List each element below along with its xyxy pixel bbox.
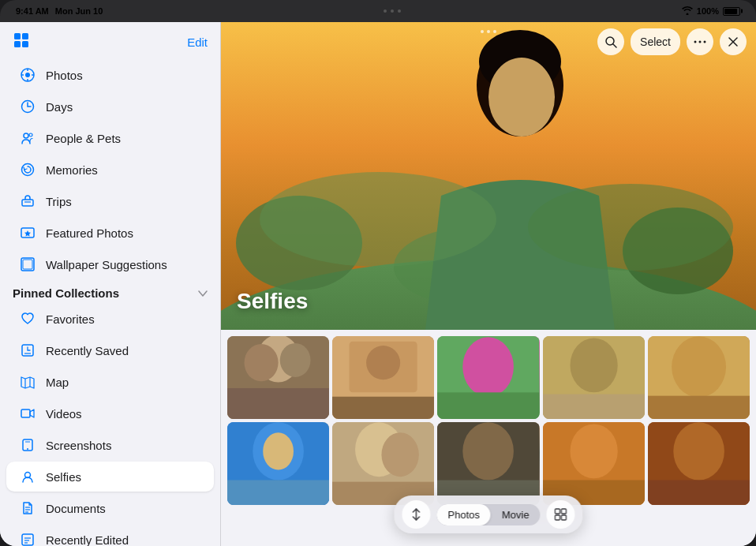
library-icon (13, 32, 30, 53)
svg-point-53 (260, 172, 496, 267)
recently-saved-label: Recently Saved (46, 344, 201, 357)
svg-point-5 (25, 73, 30, 77)
photo-thumb-1[interactable] (227, 336, 329, 419)
status-bar: 9:41 AM Mon Jun 10 100% (0, 0, 756, 22)
sidebar-item-days[interactable]: Days (6, 92, 214, 122)
close-button[interactable] (720, 28, 747, 55)
documents-label: Documents (46, 502, 201, 515)
photos-tab-button[interactable]: Photos (436, 504, 490, 525)
days-icon (19, 98, 36, 115)
svg-point-26 (27, 448, 28, 450)
svg-rect-66 (437, 392, 539, 419)
recently-saved-icon (19, 342, 36, 359)
svg-marker-17 (24, 230, 31, 237)
sidebar-item-selfies[interactable]: Selfies (6, 462, 214, 492)
svg-rect-24 (21, 410, 30, 417)
wallpaper-icon (19, 256, 36, 273)
svg-rect-93 (556, 515, 560, 520)
selfies-label: Selfies (46, 470, 201, 484)
status-bar-center (384, 9, 401, 13)
svg-point-68 (570, 338, 617, 392)
svg-point-85 (570, 424, 617, 478)
main-content: Select (221, 22, 756, 546)
sidebar-item-favorites[interactable]: Favorites (6, 304, 214, 334)
sidebar-item-featured-photos[interactable]: Featured Photos (6, 218, 214, 248)
sidebar-item-videos[interactable]: Videos (6, 398, 214, 428)
svg-rect-3 (22, 41, 28, 47)
favorites-label: Favorites (46, 312, 201, 326)
chevron-down-icon (198, 288, 208, 299)
sidebar-item-trips[interactable]: Trips (6, 186, 214, 216)
photo-thumb-10[interactable] (648, 422, 750, 505)
content-header: Select (597, 28, 747, 55)
featured-photos-label: Featured Photos (46, 226, 201, 240)
photo-thumb-5[interactable] (648, 336, 750, 419)
sidebar-item-recently-edited[interactable]: Recently Edited (6, 525, 214, 546)
photo-thumb-8[interactable] (437, 422, 539, 505)
sidebar-item-screenshots[interactable]: Screenshots (6, 430, 214, 460)
featured-photos-icon (19, 224, 36, 241)
photo-thumb-2[interactable] (332, 336, 434, 419)
svg-rect-0 (14, 33, 21, 39)
days-label: Days (46, 100, 201, 114)
wifi-icon (682, 6, 693, 17)
svg-rect-19 (23, 260, 32, 269)
trips-icon (19, 193, 36, 210)
svg-rect-63 (332, 397, 434, 419)
grid-view-button[interactable] (547, 500, 575, 529)
sidebar-item-wallpaper[interactable]: Wallpaper Suggestions (6, 249, 214, 279)
videos-icon (19, 405, 36, 422)
top-dots (481, 30, 496, 33)
svg-point-62 (366, 346, 400, 380)
bottom-toolbar: Photos Movie (394, 496, 582, 533)
documents-icon (19, 499, 36, 517)
svg-rect-59 (227, 388, 329, 419)
battery-fill (724, 9, 737, 14)
screenshots-label: Screenshots (46, 439, 201, 452)
edit-button[interactable]: Edit (187, 36, 208, 49)
more-options-button[interactable] (687, 28, 713, 55)
photo-thumb-4[interactable] (543, 336, 645, 419)
photo-thumb-6[interactable] (227, 422, 329, 505)
photos-label: Photos (46, 69, 201, 82)
sidebar-item-map[interactable]: Map (6, 367, 214, 397)
pinned-collections-header[interactable]: Pinned Collections (0, 280, 220, 303)
memories-icon (19, 161, 36, 178)
people-pets-label: People & Pets (46, 132, 201, 145)
select-button[interactable]: Select (631, 28, 680, 55)
dot1 (384, 9, 387, 13)
sidebar: Edit Photos (0, 22, 221, 546)
svg-point-71 (672, 336, 726, 398)
svg-point-54 (528, 184, 733, 271)
time-display: 9:41 AM (16, 6, 49, 16)
svg-point-13 (22, 164, 34, 176)
movie-tab-button[interactable]: Movie (491, 504, 541, 525)
svg-rect-32 (22, 534, 33, 545)
photo-thumb-9[interactable] (543, 422, 645, 505)
search-button[interactable] (597, 28, 624, 55)
status-bar-right: 100% (682, 6, 740, 17)
photo-thumb-3[interactable] (437, 336, 539, 419)
sidebar-header: Edit (0, 22, 220, 59)
svg-point-79 (382, 432, 419, 477)
map-label: Map (46, 376, 201, 389)
sidebar-item-recently-saved[interactable]: Recently Saved (6, 335, 214, 365)
svg-rect-89 (648, 480, 750, 505)
sidebar-item-documents[interactable]: Documents (6, 493, 214, 523)
hero-background (221, 22, 756, 330)
svg-rect-1 (22, 33, 28, 39)
selfies-icon (19, 468, 36, 485)
svg-point-41 (699, 41, 702, 43)
sidebar-item-memories[interactable]: Memories (6, 155, 214, 185)
memories-label: Memories (46, 163, 201, 177)
svg-point-88 (673, 422, 724, 480)
photo-thumb-7[interactable] (332, 422, 434, 505)
status-bar-left: 9:41 AM Mon Jun 10 (16, 6, 103, 16)
dot3 (398, 9, 401, 13)
view-mode-segment: Photos Movie (436, 504, 540, 525)
sort-button[interactable] (402, 500, 430, 529)
sidebar-item-photos[interactable]: Photos (6, 60, 214, 90)
photos-icon (19, 66, 36, 84)
sidebar-item-people-pets[interactable]: People & Pets (6, 123, 214, 153)
svg-point-11 (24, 133, 28, 138)
